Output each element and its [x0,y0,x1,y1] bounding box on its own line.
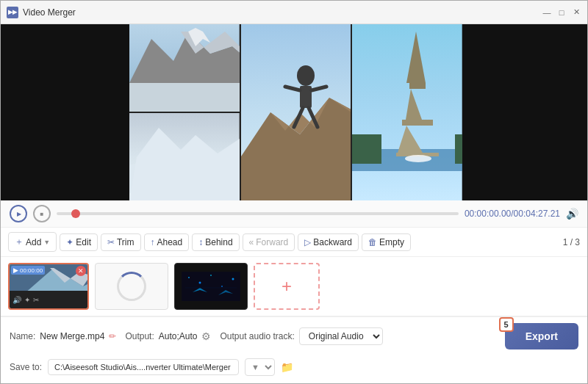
behind-button[interactable]: ↕ Behind [192,233,239,251]
settings-icon[interactable]: ⚙ [201,330,211,342]
save-path-input[interactable] [48,359,239,375]
name-value: New Merge.mp4 [40,331,104,341]
bottom-bar: Name: New Merge.mp4 ✏ Output: Auto;Auto … [1,316,587,355]
edit-icon: ✦ [66,237,74,247]
svg-point-36 [221,286,223,287]
play-button[interactable]: ▶ [10,205,27,222]
export-button[interactable]: Export [505,323,578,349]
timeline-item-3[interactable] [174,263,248,310]
svg-rect-16 [352,134,381,164]
ahead-icon: ↑ [151,237,155,247]
behind-icon: ↕ [198,237,203,247]
progress-indicator [71,209,80,218]
name-field: Name: New Merge.mp4 ✏ [10,331,116,341]
volume-icon[interactable]: 🔊 [566,208,578,220]
backward-icon: ▷ [304,237,311,247]
svg-point-33 [188,277,190,278]
export-area: 5 Export [505,323,578,349]
toolbar: ＋ Add ▼ ✦ Edit ✂ Trim ↑ Ahead ↕ Behind «… [1,228,587,257]
minimize-button[interactable]: — [542,7,552,18]
trim-button[interactable]: ✂ Trim [101,233,141,251]
app-icon: ▶▶ [7,7,18,18]
window-controls: — □ ✕ [542,7,581,18]
svg-rect-9 [300,86,312,108]
timeline-add-button[interactable]: + [254,263,320,310]
audio-field: Output audio track: Original Audio [220,327,382,345]
svg-point-8 [297,65,315,86]
preview-cell-mountain-top [129,24,240,112]
preview-cell-eiffel [352,24,462,200]
window-title: Video Merger [23,7,542,18]
step-badge: 5 [499,317,514,332]
empty-button[interactable]: 🗑 Empty [362,233,411,251]
audio-select[interactable]: Original Audio [299,327,383,345]
timeline: 🔊 ✦ ✂ ▶ 00:00:00 ✕ [1,257,587,316]
close-button[interactable]: ✕ [571,7,581,18]
main-window: ▶▶ Video Merger — □ ✕ [0,0,588,384]
sound-icon: 🔊 [12,296,21,304]
name-edit-icon[interactable]: ✏ [109,331,116,341]
preview-cell-person [241,24,351,200]
title-bar: ▶▶ Video Merger — □ ✕ [1,1,587,24]
preview-cell-snow [129,113,240,200]
plus-icon: ＋ [15,236,24,248]
ahead-button[interactable]: ↑ Ahead [144,233,190,251]
scissors-icon: ✂ [107,237,115,247]
thumb-bottom: 🔊 ✦ ✂ [10,291,87,308]
name-label: Name: [10,331,35,341]
forward-button[interactable]: « Forward [243,233,295,251]
time-display: 00:00:00.00/00:04:27.21 [465,209,560,219]
timeline-item-1[interactable]: 🔊 ✦ ✂ ▶ 00:00:00 ✕ [8,263,89,310]
timeline-item-2[interactable] [95,263,168,310]
svg-rect-19 [409,83,426,89]
preview-right-bg [462,24,587,200]
maximize-button[interactable]: □ [556,7,567,18]
preview-grid [129,24,462,200]
folder-icon[interactable]: 📁 [281,361,293,373]
progress-track[interactable] [57,212,459,215]
timeline-close-button[interactable]: ✕ [76,266,86,276]
preview-area [1,24,587,200]
save-label: Save to: [10,362,42,372]
svg-rect-17 [455,134,462,164]
audio-label: Output audio track: [220,331,294,341]
playback-bar: ▶ ■ 00:00:00.00/00:04:27.21 🔊 [1,200,587,228]
cut-icon: ✂ [33,296,39,304]
save-dropdown[interactable]: ▼ [245,358,275,376]
trash-icon: 🗑 [368,237,377,247]
svg-point-37 [232,278,234,280]
edit-button[interactable]: ✦ Edit [60,233,98,251]
save-bar: Save to: ▼ 📁 [1,355,587,382]
dropdown-arrow-icon: ▼ [43,239,50,246]
timeline-controls: 🔊 ✦ ✂ [12,296,39,304]
svg-rect-4 [129,83,240,112]
add-button[interactable]: ＋ Add ▼ [8,232,57,252]
preview-left-bg [1,24,129,200]
stop-button[interactable]: ■ [33,205,51,222]
loading-spinner [117,272,146,301]
svg-point-24 [405,155,431,162]
page-indicator: 1 / 3 [563,237,580,247]
output-field: Output: Auto;Auto ⚙ [125,330,211,342]
star-icon: ✦ [24,296,30,304]
output-value: Auto;Auto [159,331,198,341]
forward-icon: « [249,237,254,247]
svg-point-34 [199,282,201,284]
timeline-badge: ▶ 00:00:00 [11,266,45,275]
svg-rect-21 [402,120,433,126]
output-label: Output: [125,331,154,341]
backward-button[interactable]: ▷ Backward [298,233,359,251]
svg-point-35 [210,275,212,276]
